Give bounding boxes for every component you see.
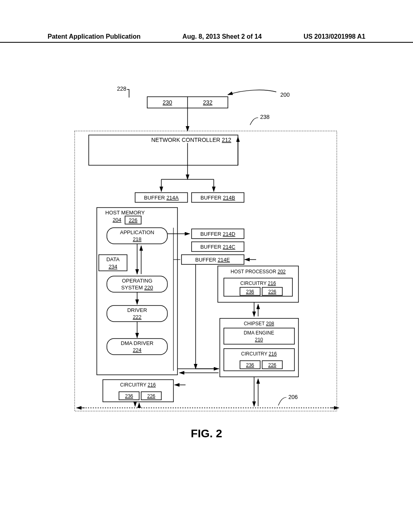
svg-text:234: 234 <box>108 264 117 270</box>
svg-text:SYSTEM 220: SYSTEM 220 <box>121 285 153 291</box>
svg-text:HOST PROCESSOR 202: HOST PROCESSOR 202 <box>231 269 286 274</box>
nc-label: NETWORK CONTROLLER 212 <box>151 137 232 143</box>
svg-text:236: 236 <box>246 289 254 295</box>
header-right: US 2013/0201998 A1 <box>304 33 365 40</box>
label-206: 206 <box>288 394 298 400</box>
label-238: 238 <box>260 114 270 120</box>
svg-text:BUFFER 214C: BUFFER 214C <box>200 244 236 250</box>
header-left: Patent Application Publication <box>48 33 141 40</box>
host-memory-label: HOST MEMORY <box>105 210 145 216</box>
svg-text:CIRCUITRY 216: CIRCUITRY 216 <box>241 351 277 357</box>
figure-label: FIG. 2 <box>0 427 413 440</box>
svg-text:BUFFER 214B: BUFFER 214B <box>200 195 235 201</box>
svg-text:DATA: DATA <box>106 256 120 262</box>
svg-text:226: 226 <box>147 393 155 399</box>
svg-text:226: 226 <box>268 289 276 295</box>
svg-text:CIRCUITRY 216: CIRCUITRY 216 <box>240 281 276 286</box>
svg-text:222: 222 <box>133 314 142 320</box>
svg-text:218: 218 <box>133 236 142 242</box>
svg-text:BUFFER 214E: BUFFER 214E <box>195 257 230 263</box>
svg-text:204: 204 <box>113 217 121 223</box>
label-228: 228 <box>117 85 127 92</box>
figure-diagram: 228 200 230 232 238 NETWORK CONTROLLER 2… <box>71 81 349 427</box>
svg-text:APPLICATION: APPLICATION <box>120 229 154 235</box>
svg-text:BUFFER 214A: BUFFER 214A <box>144 195 179 201</box>
svg-text:224: 224 <box>133 347 142 353</box>
svg-text:236: 236 <box>246 362 254 368</box>
label-232: 232 <box>203 99 213 106</box>
header-center: Aug. 8, 2013 Sheet 2 of 14 <box>182 33 262 40</box>
svg-text:CHIPSET 208: CHIPSET 208 <box>244 321 274 326</box>
svg-text:OPERATING: OPERATING <box>122 278 152 284</box>
label-200: 200 <box>280 91 290 98</box>
svg-text:DRIVER: DRIVER <box>127 307 147 313</box>
svg-text:BUFFER 214D: BUFFER 214D <box>200 231 236 237</box>
svg-text:210: 210 <box>255 337 263 343</box>
svg-text:CIRCUITRY 216: CIRCUITRY 216 <box>120 382 156 388</box>
svg-text:DMA ENGINE: DMA ENGINE <box>244 330 274 336</box>
svg-text:226: 226 <box>268 362 276 368</box>
svg-text:226: 226 <box>129 217 138 223</box>
page-header: Patent Application Publication Aug. 8, 2… <box>0 33 413 43</box>
svg-text:236: 236 <box>125 393 133 399</box>
svg-text:DMA DRIVER: DMA DRIVER <box>121 340 154 346</box>
label-230: 230 <box>163 99 172 106</box>
